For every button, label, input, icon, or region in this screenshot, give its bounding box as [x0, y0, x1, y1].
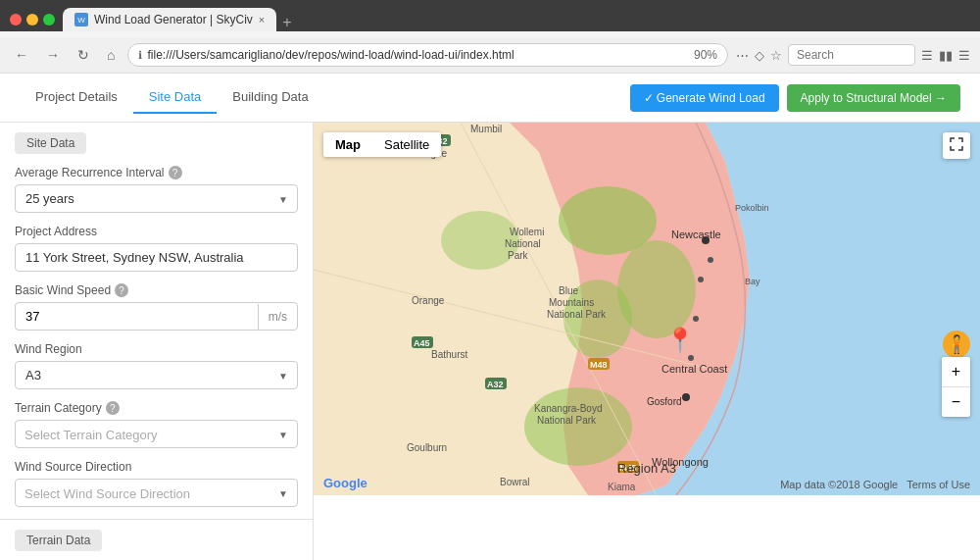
address-field-group: Project Address: [0, 225, 313, 283]
extensions-icon[interactable]: ⋯: [736, 48, 749, 63]
map-fullscreen-button[interactable]: [943, 132, 970, 159]
terrain-category-select[interactable]: Category 1 Category 2 Category 3: [15, 420, 298, 448]
svg-text:Goulburn: Goulburn: [407, 442, 447, 453]
terrain-category-help-icon[interactable]: ?: [106, 401, 120, 415]
tab-favicon: W: [74, 13, 88, 26]
sidebar-icon[interactable]: ☰: [921, 48, 933, 63]
back-button[interactable]: ←: [10, 45, 33, 65]
ari-label: Average Recurrence Interval ?: [15, 166, 298, 179]
svg-text:National Park: National Park: [537, 415, 597, 426]
svg-text:Bay: Bay: [745, 277, 760, 286]
browser-tab[interactable]: W Wind Load Generator | SkyCiv ×: [63, 8, 276, 31]
terms-of-use-link[interactable]: Terms of Use: [906, 479, 970, 490]
tab-close-btn[interactable]: ×: [259, 14, 265, 25]
address-input[interactable]: [15, 243, 298, 272]
home-button[interactable]: ⌂: [102, 45, 120, 65]
region-label: Region A3: [617, 461, 676, 476]
svg-text:Blue: Blue: [559, 285, 578, 296]
svg-text:Central Coast: Central Coast: [662, 363, 727, 375]
address-bar-icon: ℹ: [138, 49, 142, 62]
map-background: Newcastle Central Coast Gosford Wollongo…: [314, 123, 980, 495]
tab-building-data[interactable]: Building Data: [217, 81, 323, 114]
map-zoom-controls: + −: [942, 357, 970, 417]
svg-text:Mountains: Mountains: [549, 297, 594, 308]
zoom-in-button[interactable]: +: [942, 357, 970, 387]
map-view-button[interactable]: Map: [323, 132, 372, 157]
maximize-traffic-light[interactable]: [43, 14, 55, 25]
toolbar-actions: ⋯ ◇ ☆ ☰ ▮▮ ☰: [736, 44, 970, 66]
ari-help-icon[interactable]: ?: [169, 166, 182, 179]
wind-speed-unit: m/s: [258, 304, 297, 330]
svg-point-6: [524, 387, 632, 466]
close-traffic-light[interactable]: [10, 14, 22, 25]
wind-region-label: Wind Region: [15, 342, 298, 356]
nav-tabs: Project Details Site Data Building Data: [20, 81, 324, 114]
wind-speed-help-icon[interactable]: ?: [115, 283, 128, 297]
app-container: Project Details Site Data Building Data …: [0, 74, 980, 560]
wind-direction-select-wrapper: North South East West ▼ Select Wind Sour…: [15, 479, 298, 507]
wind-speed-field-group: Basic Wind Speed ? m/s: [0, 283, 313, 342]
google-logo: Google: [323, 476, 368, 490]
street-view-icon[interactable]: 🧍: [943, 331, 970, 358]
svg-text:Newcastle: Newcastle: [671, 229, 721, 240]
ari-select[interactable]: 25 years 5 years 10 years 50 years 100 y…: [15, 184, 298, 213]
bookmark-icon[interactable]: ☆: [770, 48, 782, 63]
wind-direction-field-group: Wind Source Direction North South East W…: [0, 460, 313, 519]
terrain-category-label: Terrain Category ?: [15, 401, 298, 415]
map-data-text: Map data ©2018 Google: [780, 479, 898, 490]
main-content: Site Data Average Recurrence Interval ? …: [0, 123, 980, 560]
browser-top: W Wind Load Generator | SkyCiv × +: [10, 8, 970, 31]
tab-overview-icon[interactable]: ▮▮: [939, 48, 953, 63]
svg-text:M48: M48: [590, 360, 608, 370]
svg-text:Orange: Orange: [412, 295, 445, 306]
site-data-section-label: Site Data: [15, 132, 86, 154]
wind-direction-select[interactable]: North South East West: [15, 479, 298, 507]
ari-field-group: Average Recurrence Interval ? 25 years 5…: [0, 166, 313, 225]
svg-point-15: [682, 393, 690, 401]
svg-point-13: [693, 316, 699, 322]
svg-text:Pokolbin: Pokolbin: [735, 203, 769, 213]
wind-region-select[interactable]: A3 A1 A2 B C D: [15, 361, 298, 389]
refresh-button[interactable]: ↻: [73, 45, 94, 65]
tab-title: Wind Load Generator | SkyCiv: [94, 13, 253, 26]
svg-text:Bowral: Bowral: [500, 477, 530, 487]
address-text: file:///Users/samcarigliano/dev/repos/wi…: [147, 48, 689, 62]
traffic-lights: [10, 14, 55, 25]
zoom-out-button[interactable]: −: [942, 387, 970, 417]
pegman-icon[interactable]: 🧍: [943, 331, 970, 358]
svg-text:A32: A32: [487, 380, 504, 389]
wind-speed-input[interactable]: [16, 303, 258, 330]
forward-button[interactable]: →: [41, 45, 65, 65]
terrain-data-label: Terrain Data: [15, 530, 102, 551]
satellite-view-button[interactable]: Satellite: [372, 132, 441, 157]
map-data: Map data ©2018 Google Terms of Use: [780, 479, 970, 490]
app-header: Project Details Site Data Building Data …: [0, 74, 980, 123]
search-input[interactable]: [788, 44, 915, 66]
wind-speed-input-wrapper: m/s: [15, 302, 298, 331]
svg-text:Kiama: Kiama: [608, 482, 636, 492]
terrain-category-select-wrapper: Category 1 Category 2 Category 3 ▼ Selec…: [15, 420, 298, 448]
svg-text:Bathurst: Bathurst: [431, 349, 467, 360]
menu-icon[interactable]: ☰: [958, 48, 970, 63]
svg-text:A45: A45: [414, 338, 430, 348]
map-container[interactable]: Newcastle Central Coast Gosford Wollongo…: [314, 123, 980, 495]
left-panel: Site Data Average Recurrence Interval ? …: [0, 123, 314, 560]
zoom-indicator: 90%: [694, 48, 717, 62]
tab-project-details[interactable]: Project Details: [20, 81, 133, 114]
pocket-icon[interactable]: ◇: [755, 48, 764, 63]
new-tab-button[interactable]: +: [276, 14, 297, 31]
apply-structural-model-button[interactable]: Apply to Structural Model →: [787, 84, 960, 112]
address-bar[interactable]: ℹ file:///Users/samcarigliano/dev/repos/…: [127, 43, 728, 67]
tab-site-data[interactable]: Site Data: [133, 81, 217, 114]
wind-region-select-wrapper: A3 A1 A2 B C D ▼: [15, 361, 298, 389]
svg-text:Mumbil: Mumbil: [470, 124, 502, 134]
wind-direction-label: Wind Source Direction: [15, 460, 298, 474]
minimize-traffic-light[interactable]: [26, 14, 38, 25]
tab-bar: W Wind Load Generator | SkyCiv × +: [63, 8, 970, 31]
svg-point-14: [688, 355, 694, 361]
svg-text:National Park: National Park: [547, 309, 607, 320]
svg-text:Wollemi: Wollemi: [510, 227, 544, 237]
generate-wind-load-button[interactable]: ✓ Generate Wind Load: [630, 84, 779, 112]
wind-region-field-group: Wind Region A3 A1 A2 B C D ▼: [0, 342, 313, 401]
browser-toolbar: ← → ↻ ⌂ ℹ file:///Users/samcarigliano/de…: [0, 37, 980, 74]
